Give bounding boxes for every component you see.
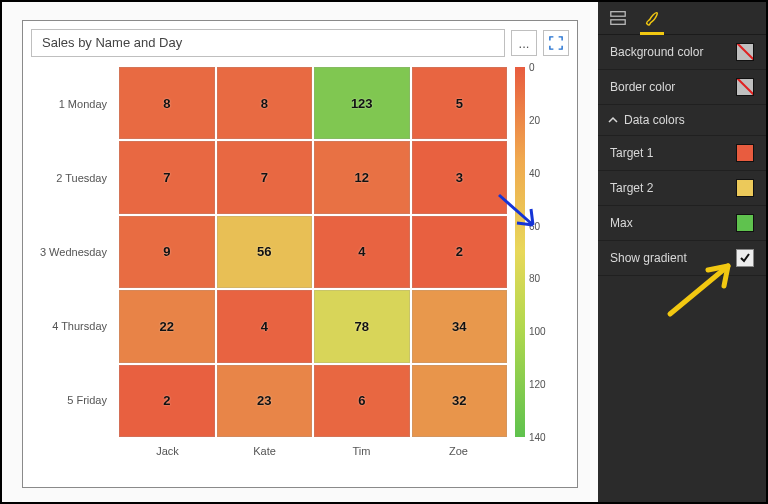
check-icon [739, 252, 751, 264]
color-legend-ticks: 020406080100120140 [529, 67, 553, 437]
cell-value: 56 [257, 244, 271, 259]
format-pane: Background color Border color Data color… [598, 2, 766, 502]
heatmap-visual[interactable]: Sales by Name and Day ... 1 Monday2 Tues… [22, 20, 578, 488]
x-axis-labels: JackKateTimZoe [119, 445, 507, 457]
label-show-gradient: Show gradient [610, 251, 687, 265]
visual-title: Sales by Name and Day [31, 29, 505, 57]
label-background-color: Background color [610, 45, 703, 59]
cell-value: 6 [358, 393, 365, 408]
svg-rect-1 [611, 20, 625, 25]
section-data-colors[interactable]: Data colors [598, 105, 766, 136]
x-axis-label: Kate [216, 445, 313, 457]
swatch-max[interactable] [736, 214, 754, 232]
heatmap-cell[interactable]: 6 [314, 365, 410, 437]
svg-rect-0 [611, 12, 625, 17]
color-legend-bar [515, 67, 525, 437]
swatch-target1[interactable] [736, 144, 754, 162]
cell-value: 23 [257, 393, 271, 408]
row-background-color[interactable]: Background color [598, 35, 766, 70]
cell-value: 4 [358, 244, 365, 259]
heatmap-cell[interactable]: 8 [217, 67, 313, 139]
report-canvas: Sales by Name and Day ... 1 Monday2 Tues… [2, 2, 598, 502]
more-options-button[interactable]: ... [511, 30, 537, 56]
y-axis-label: 5 Friday [31, 363, 115, 437]
cell-value: 8 [261, 96, 268, 111]
focus-mode-button[interactable] [543, 30, 569, 56]
x-axis-label: Zoe [410, 445, 507, 457]
heatmap-cell[interactable]: 78 [314, 290, 410, 362]
cell-value: 34 [452, 319, 466, 334]
heatmap-cell[interactable]: 3 [412, 141, 508, 213]
cell-value: 12 [355, 170, 369, 185]
legend-tick: 100 [529, 326, 546, 337]
y-axis-label: 1 Monday [31, 67, 115, 141]
chevron-up-icon [608, 115, 618, 125]
cell-value: 32 [452, 393, 466, 408]
heatmap-cell[interactable]: 12 [314, 141, 410, 213]
chart-area: 1 Monday2 Tuesday3 Wednesday4 Thursday5 … [31, 67, 569, 479]
x-axis-label: Tim [313, 445, 410, 457]
cell-value: 7 [261, 170, 268, 185]
heatmap-cell[interactable]: 2 [412, 216, 508, 288]
cell-value: 8 [163, 96, 170, 111]
cell-value: 78 [355, 319, 369, 334]
legend-tick: 0 [529, 62, 535, 73]
y-axis-labels: 1 Monday2 Tuesday3 Wednesday4 Thursday5 … [31, 67, 115, 437]
legend-tick: 140 [529, 432, 546, 443]
ellipsis-icon: ... [519, 36, 530, 51]
heatmap-cell[interactable]: 32 [412, 365, 508, 437]
focus-mode-icon [549, 36, 563, 50]
heatmap-cell[interactable]: 34 [412, 290, 508, 362]
app-root: Sales by Name and Day ... 1 Monday2 Tues… [0, 0, 768, 504]
tab-format[interactable] [642, 8, 662, 28]
heatmap-cell[interactable]: 4 [314, 216, 410, 288]
row-max[interactable]: Max [598, 206, 766, 241]
fields-icon [609, 9, 627, 27]
row-target2[interactable]: Target 2 [598, 171, 766, 206]
swatch-border-color[interactable] [736, 78, 754, 96]
pane-tabs [598, 2, 766, 35]
x-axis-label: Jack [119, 445, 216, 457]
row-border-color[interactable]: Border color [598, 70, 766, 105]
label-target2: Target 2 [610, 181, 653, 195]
tab-fields[interactable] [608, 8, 628, 28]
heatmap-cell[interactable]: 9 [119, 216, 215, 288]
cell-value: 2 [456, 244, 463, 259]
cell-value: 123 [351, 96, 373, 111]
legend-tick: 60 [529, 220, 540, 231]
cell-value: 5 [456, 96, 463, 111]
heatmap-cell[interactable]: 8 [119, 67, 215, 139]
cell-value: 7 [163, 170, 170, 185]
swatch-background-color[interactable] [736, 43, 754, 61]
visual-header: Sales by Name and Day ... [31, 29, 569, 57]
cell-value: 2 [163, 393, 170, 408]
legend-tick: 120 [529, 379, 546, 390]
heatmap-cell[interactable]: 7 [217, 141, 313, 213]
cell-value: 3 [456, 170, 463, 185]
heatmap-grid: 88123577123956422247834223632 [119, 67, 507, 437]
legend-tick: 40 [529, 167, 540, 178]
heatmap-cell[interactable]: 22 [119, 290, 215, 362]
heatmap-cell[interactable]: 5 [412, 67, 508, 139]
checkbox-show-gradient[interactable] [736, 249, 754, 267]
label-target1: Target 1 [610, 146, 653, 160]
legend-tick: 20 [529, 114, 540, 125]
label-max: Max [610, 216, 633, 230]
cell-value: 22 [160, 319, 174, 334]
label-border-color: Border color [610, 80, 675, 94]
row-target1[interactable]: Target 1 [598, 136, 766, 171]
label-data-colors: Data colors [624, 113, 685, 127]
heatmap-cell[interactable]: 2 [119, 365, 215, 437]
cell-value: 9 [163, 244, 170, 259]
heatmap-cell[interactable]: 4 [217, 290, 313, 362]
paint-brush-icon [643, 9, 661, 27]
swatch-target2[interactable] [736, 179, 754, 197]
heatmap-cell[interactable]: 23 [217, 365, 313, 437]
cell-value: 4 [261, 319, 268, 334]
heatmap-cell[interactable]: 123 [314, 67, 410, 139]
heatmap-cell[interactable]: 56 [217, 216, 313, 288]
y-axis-label: 2 Tuesday [31, 141, 115, 215]
heatmap-cell[interactable]: 7 [119, 141, 215, 213]
color-legend: 020406080100120140 [509, 67, 553, 437]
row-show-gradient[interactable]: Show gradient [598, 241, 766, 276]
